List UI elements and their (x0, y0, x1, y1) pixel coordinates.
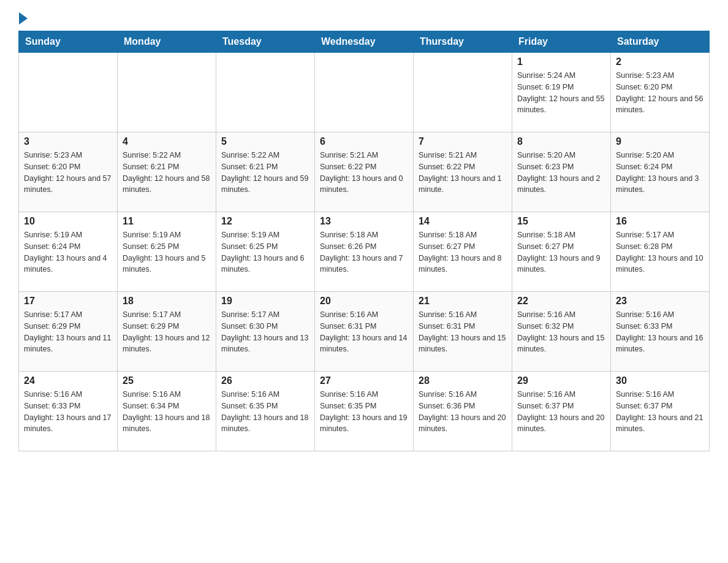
day-number: 15 (517, 216, 605, 227)
day-info: Sunrise: 5:16 AMSunset: 6:32 PMDaylight:… (517, 309, 605, 355)
sunrise-text: Sunrise: 5:16 AM (419, 389, 507, 400)
day-number: 22 (517, 296, 605, 307)
calendar-cell: 10Sunrise: 5:19 AMSunset: 6:24 PMDayligh… (19, 212, 118, 292)
sunrise-text: Sunrise: 5:16 AM (123, 389, 211, 400)
sunset-text: Sunset: 6:21 PM (221, 161, 309, 173)
sunrise-text: Sunrise: 5:21 AM (320, 150, 408, 161)
day-info: Sunrise: 5:23 AMSunset: 6:20 PMDaylight:… (24, 150, 112, 196)
daylight-text: Daylight: 12 hours and 58 minutes. (123, 173, 211, 196)
weekday-header-friday: Friday (512, 31, 611, 53)
day-number: 29 (517, 375, 605, 386)
day-info: Sunrise: 5:16 AMSunset: 6:35 PMDaylight:… (320, 389, 408, 435)
daylight-text: Daylight: 13 hours and 18 minutes. (221, 412, 309, 435)
daylight-text: Daylight: 13 hours and 10 minutes. (616, 253, 704, 276)
calendar-cell: 18Sunrise: 5:17 AMSunset: 6:29 PMDayligh… (118, 292, 216, 372)
sunset-text: Sunset: 6:23 PM (517, 161, 605, 173)
weekday-header-sunday: Sunday (19, 31, 118, 53)
sunset-text: Sunset: 6:26 PM (320, 241, 408, 253)
calendar-cell: 25Sunrise: 5:16 AMSunset: 6:34 PMDayligh… (118, 372, 216, 451)
sunset-text: Sunset: 6:27 PM (517, 241, 605, 253)
calendar-cell: 9Sunrise: 5:20 AMSunset: 6:24 PMDaylight… (611, 132, 710, 212)
day-number: 1 (517, 56, 605, 67)
daylight-text: Daylight: 13 hours and 2 minutes. (517, 173, 605, 196)
sunset-text: Sunset: 6:29 PM (24, 321, 112, 332)
sunrise-text: Sunrise: 5:22 AM (123, 150, 211, 161)
day-info: Sunrise: 5:19 AMSunset: 6:25 PMDaylight:… (221, 229, 309, 275)
calendar-cell (118, 53, 216, 132)
daylight-text: Daylight: 13 hours and 15 minutes. (419, 332, 507, 356)
day-info: Sunrise: 5:17 AMSunset: 6:28 PMDaylight:… (616, 229, 704, 275)
calendar-cell: 13Sunrise: 5:18 AMSunset: 6:26 PMDayligh… (315, 212, 414, 292)
daylight-text: Daylight: 12 hours and 55 minutes. (517, 93, 605, 117)
sunrise-text: Sunrise: 5:19 AM (24, 229, 112, 241)
calendar-cell: 8Sunrise: 5:20 AMSunset: 6:23 PMDaylight… (512, 132, 611, 212)
day-number: 21 (419, 296, 507, 307)
sunrise-text: Sunrise: 5:18 AM (419, 229, 507, 241)
day-info: Sunrise: 5:16 AMSunset: 6:33 PMDaylight:… (24, 389, 112, 435)
calendar-cell: 11Sunrise: 5:19 AMSunset: 6:25 PMDayligh… (118, 212, 216, 292)
day-number: 11 (123, 216, 211, 227)
calendar-week-row: 1Sunrise: 5:24 AMSunset: 6:19 PMDaylight… (19, 53, 710, 132)
day-number: 26 (221, 375, 309, 386)
sunrise-text: Sunrise: 5:18 AM (517, 229, 605, 241)
day-info: Sunrise: 5:16 AMSunset: 6:33 PMDaylight:… (616, 309, 704, 355)
sunset-text: Sunset: 6:31 PM (419, 321, 507, 332)
daylight-text: Daylight: 13 hours and 3 minutes. (616, 173, 704, 196)
calendar-cell: 7Sunrise: 5:21 AMSunset: 6:22 PMDaylight… (414, 132, 512, 212)
daylight-text: Daylight: 13 hours and 14 minutes. (320, 332, 408, 356)
daylight-text: Daylight: 13 hours and 8 minutes. (419, 253, 507, 276)
sunset-text: Sunset: 6:35 PM (221, 400, 309, 412)
sunrise-text: Sunrise: 5:16 AM (616, 389, 704, 400)
calendar-cell: 23Sunrise: 5:16 AMSunset: 6:33 PMDayligh… (611, 292, 710, 372)
calendar-cell: 6Sunrise: 5:21 AMSunset: 6:22 PMDaylight… (315, 132, 414, 212)
sunset-text: Sunset: 6:20 PM (24, 161, 112, 173)
day-info: Sunrise: 5:20 AMSunset: 6:23 PMDaylight:… (517, 150, 605, 196)
sunrise-text: Sunrise: 5:16 AM (24, 389, 112, 400)
page-header (18, 12, 710, 25)
calendar-cell: 22Sunrise: 5:16 AMSunset: 6:32 PMDayligh… (512, 292, 611, 372)
calendar-cell: 27Sunrise: 5:16 AMSunset: 6:35 PMDayligh… (315, 372, 414, 451)
daylight-text: Daylight: 13 hours and 5 minutes. (123, 253, 211, 276)
logo (18, 12, 29, 25)
weekday-header-row: SundayMondayTuesdayWednesdayThursdayFrid… (19, 31, 710, 53)
daylight-text: Daylight: 13 hours and 17 minutes. (24, 412, 112, 435)
sunset-text: Sunset: 6:36 PM (419, 400, 507, 412)
day-info: Sunrise: 5:17 AMSunset: 6:29 PMDaylight:… (123, 309, 211, 355)
day-info: Sunrise: 5:17 AMSunset: 6:30 PMDaylight:… (221, 309, 309, 355)
weekday-header-tuesday: Tuesday (216, 31, 315, 53)
day-info: Sunrise: 5:22 AMSunset: 6:21 PMDaylight:… (123, 150, 211, 196)
day-number: 4 (123, 136, 211, 147)
day-info: Sunrise: 5:19 AMSunset: 6:24 PMDaylight:… (24, 229, 112, 275)
sunrise-text: Sunrise: 5:16 AM (320, 309, 408, 321)
calendar-cell: 29Sunrise: 5:16 AMSunset: 6:37 PMDayligh… (512, 372, 611, 451)
daylight-text: Daylight: 13 hours and 4 minutes. (24, 253, 112, 276)
sunset-text: Sunset: 6:37 PM (616, 400, 704, 412)
sunset-text: Sunset: 6:25 PM (123, 241, 211, 253)
calendar-cell: 3Sunrise: 5:23 AMSunset: 6:20 PMDaylight… (19, 132, 118, 212)
daylight-text: Daylight: 13 hours and 16 minutes. (616, 332, 704, 356)
sunset-text: Sunset: 6:25 PM (221, 241, 309, 253)
day-info: Sunrise: 5:16 AMSunset: 6:31 PMDaylight:… (419, 309, 507, 355)
calendar-cell: 16Sunrise: 5:17 AMSunset: 6:28 PMDayligh… (611, 212, 710, 292)
day-number: 19 (221, 296, 309, 307)
sunset-text: Sunset: 6:22 PM (419, 161, 507, 173)
day-info: Sunrise: 5:16 AMSunset: 6:37 PMDaylight:… (517, 389, 605, 435)
calendar-cell: 1Sunrise: 5:24 AMSunset: 6:19 PMDaylight… (512, 53, 611, 132)
sunrise-text: Sunrise: 5:16 AM (517, 309, 605, 321)
day-info: Sunrise: 5:16 AMSunset: 6:37 PMDaylight:… (616, 389, 704, 435)
sunrise-text: Sunrise: 5:21 AM (419, 150, 507, 161)
day-number: 14 (419, 216, 507, 227)
weekday-header-saturday: Saturday (611, 31, 710, 53)
sunrise-text: Sunrise: 5:16 AM (517, 389, 605, 400)
sunset-text: Sunset: 6:19 PM (517, 82, 605, 93)
day-number: 18 (123, 296, 211, 307)
day-info: Sunrise: 5:16 AMSunset: 6:35 PMDaylight:… (221, 389, 309, 435)
day-number: 20 (320, 296, 408, 307)
calendar-cell: 28Sunrise: 5:16 AMSunset: 6:36 PMDayligh… (414, 372, 512, 451)
sunrise-text: Sunrise: 5:17 AM (221, 309, 309, 321)
daylight-text: Daylight: 13 hours and 19 minutes. (320, 412, 408, 435)
day-info: Sunrise: 5:17 AMSunset: 6:29 PMDaylight:… (24, 309, 112, 355)
sunset-text: Sunset: 6:35 PM (320, 400, 408, 412)
sunset-text: Sunset: 6:21 PM (123, 161, 211, 173)
day-number: 23 (616, 296, 704, 307)
